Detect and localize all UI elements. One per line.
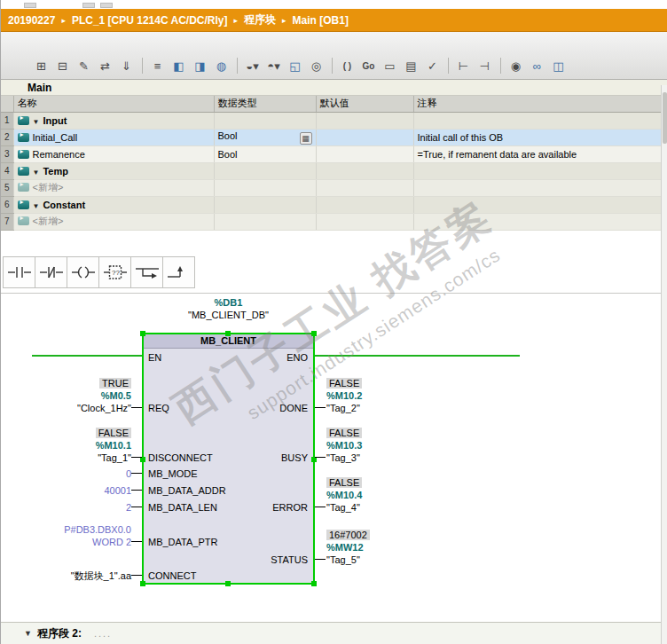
zoom-selection-icon[interactable]: ◎ <box>306 57 326 75</box>
operand-tag-name[interactable]: "Tag_2" <box>326 402 362 414</box>
comment-cell[interactable]: Initial call of this OB <box>413 129 662 145</box>
comment-cell[interactable]: =True, if remanent data are available <box>413 145 662 162</box>
pin-disconnect[interactable]: DISCONNECT <box>148 452 213 464</box>
datatype-cell[interactable] <box>214 213 316 230</box>
download-icon[interactable]: ⇓ <box>116 57 137 75</box>
datatype-select-button[interactable] <box>300 132 312 145</box>
pin-mb-data-ptr[interactable]: MB_DATA_PTR <box>148 536 217 548</box>
network-comments-icon[interactable]: ◍ <box>211 57 231 75</box>
selection-handle[interactable] <box>225 331 231 336</box>
datatype-cell[interactable]: Bool <box>214 145 316 162</box>
datatype-cell[interactable] <box>214 179 316 196</box>
operand-tag-name[interactable]: "Tag_3" <box>326 452 362 464</box>
operand-req[interactable]: TRUE %M0.5 "Clock_1Hz" <box>77 377 131 414</box>
operand-mb-data-addr[interactable]: 40001 <box>104 484 131 497</box>
operand-status[interactable]: 16#7002 %MW12 "Tag_5" <box>326 529 370 566</box>
compare-close-icon[interactable]: ⊣ <box>475 57 495 75</box>
rename-icon[interactable]: ✎ <box>74 57 94 75</box>
pin-mb-data-len[interactable]: MB_DATA_LEN <box>148 501 217 514</box>
table-row-add-new[interactable]: 5 <新增> <box>1 179 662 196</box>
delete-network-icon[interactable]: ⊟ <box>52 57 73 75</box>
breadcrumb-program-blocks[interactable]: 程序块 <box>244 12 276 27</box>
operand-constant[interactable]: WORD 2 <box>64 536 131 548</box>
pin-error[interactable]: ERROR <box>272 501 308 514</box>
compare-open-icon[interactable]: ⊢ <box>453 57 474 75</box>
operand-constant[interactable]: 40001 <box>104 484 131 497</box>
default-value-cell[interactable] <box>316 196 413 213</box>
pin-busy[interactable]: BUSY <box>281 452 308 464</box>
operand-tag-name[interactable]: "Clock_1Hz" <box>77 402 131 414</box>
absolute-operands-icon[interactable]: ≡ <box>147 57 168 75</box>
selection-handle[interactable] <box>140 331 145 336</box>
pin-mb-mode[interactable]: MB_MODE <box>148 467 198 480</box>
free-form-comment-icon[interactable]: ◱ <box>285 57 305 75</box>
operand-tag-name[interactable]: "Tag_1" <box>96 452 131 464</box>
insert-branch-icon[interactable]: ◓▾ <box>263 57 284 75</box>
selection-handle[interactable] <box>311 581 317 586</box>
edit-wiring-icon[interactable]: ▤ <box>401 57 421 75</box>
network-2-comment-placeholder[interactable]: .... <box>94 628 112 639</box>
comment-cell[interactable] <box>413 213 662 230</box>
table-row-add-new[interactable]: 7 <新增> <box>1 213 662 230</box>
table-row-constant-section[interactable]: 6 ▼Constant <box>1 196 662 213</box>
operand-mb-mode[interactable]: 0 <box>126 467 131 480</box>
pin-done[interactable]: DONE <box>279 402 308 414</box>
db-instance-address[interactable]: %DB1 <box>142 297 315 308</box>
default-value-cell[interactable] <box>316 112 413 129</box>
pin-connect[interactable]: CONNECT <box>148 569 196 582</box>
default-value-cell[interactable] <box>316 145 413 162</box>
column-header-datatype[interactable]: 数据类型 <box>214 96 316 112</box>
db-instance-name[interactable]: "MB_CLIENT_DB" <box>142 310 315 320</box>
column-header-default[interactable]: 默认值 <box>316 96 413 112</box>
goto-icon[interactable]: Go <box>358 57 379 75</box>
rewire-icon[interactable]: ⇄ <box>95 57 115 75</box>
pin-eno[interactable]: ENO <box>286 351 308 364</box>
add-new-placeholder[interactable]: <新增> <box>33 182 64 192</box>
default-value-cell[interactable] <box>316 179 413 196</box>
pin-status[interactable]: STATUS <box>271 554 308 566</box>
table-row-remanence[interactable]: 3 Remanence Bool =True, if remanent data… <box>1 145 662 162</box>
operand-constant[interactable]: 2 <box>126 501 131 514</box>
breadcrumb-project[interactable]: 20190227 <box>8 14 55 27</box>
pin-en[interactable]: EN <box>148 351 161 364</box>
selection-handle[interactable] <box>140 581 145 586</box>
operand-connect[interactable]: "数据块_1".aa <box>71 569 131 582</box>
datatype-cell[interactable] <box>214 162 316 179</box>
network-2-header[interactable]: ▼ 程序段 2: .... <box>1 622 667 644</box>
collapse-networks-icon[interactable]: ◨ <box>190 57 210 75</box>
operand-mb-data-ptr[interactable]: P#DB3.DBX0.0 WORD 2 <box>64 523 131 548</box>
coil-button[interactable] <box>67 256 99 288</box>
datatype-cell[interactable] <box>214 112 316 129</box>
pin-mb-data-addr[interactable]: MB_DATA_ADDR <box>148 484 226 497</box>
datatype-cell[interactable]: Bool <box>214 129 316 145</box>
operand-error[interactable]: FALSE %M10.4 "Tag_4" <box>326 476 362 514</box>
operand-disconnect[interactable]: FALSE %M10.1 "Tag_1" <box>96 427 131 464</box>
eno-output-wire[interactable] <box>315 355 520 357</box>
monitoring-icon[interactable]: ∞ <box>527 57 547 75</box>
consistency-check-icon[interactable]: ✓ <box>422 57 443 75</box>
selection-handle[interactable] <box>311 331 317 336</box>
default-value-cell[interactable] <box>316 129 413 145</box>
insert-parentheses-icon[interactable]: ( ) <box>337 57 357 75</box>
operand-tag-name[interactable]: "Tag_5" <box>326 554 370 566</box>
insert-network-icon[interactable]: ⊞ <box>31 57 51 75</box>
empty-box-button[interactable]: ?? <box>98 256 131 288</box>
comment-cell[interactable] <box>413 196 662 213</box>
column-header-comment[interactable]: 注释 <box>413 96 662 112</box>
default-value-cell[interactable] <box>316 162 413 179</box>
contact-nc-button[interactable] <box>35 256 67 288</box>
default-value-cell[interactable] <box>316 213 413 230</box>
operand-busy[interactable]: FALSE %M10.3 "Tag_3" <box>326 427 362 464</box>
jump-label-icon[interactable]: ▭ <box>380 57 400 75</box>
contact-no-button[interactable] <box>3 256 35 288</box>
breadcrumb-block-main[interactable]: Main [OB1] <box>293 14 349 27</box>
operand-done[interactable]: FALSE %M10.2 "Tag_2" <box>326 377 362 414</box>
scrollbar-thumb[interactable] <box>663 92 667 144</box>
comment-cell[interactable] <box>413 179 662 196</box>
close-branch-button[interactable] <box>162 256 195 288</box>
expand-networks-icon[interactable]: ◧ <box>169 57 189 75</box>
operand-constant[interactable]: 0 <box>126 467 131 480</box>
operand-mb-data-len[interactable]: 2 <box>126 501 131 514</box>
table-row-input-section[interactable]: 1 ▼Input <box>1 112 662 129</box>
open-branch-button[interactable] <box>130 256 163 288</box>
